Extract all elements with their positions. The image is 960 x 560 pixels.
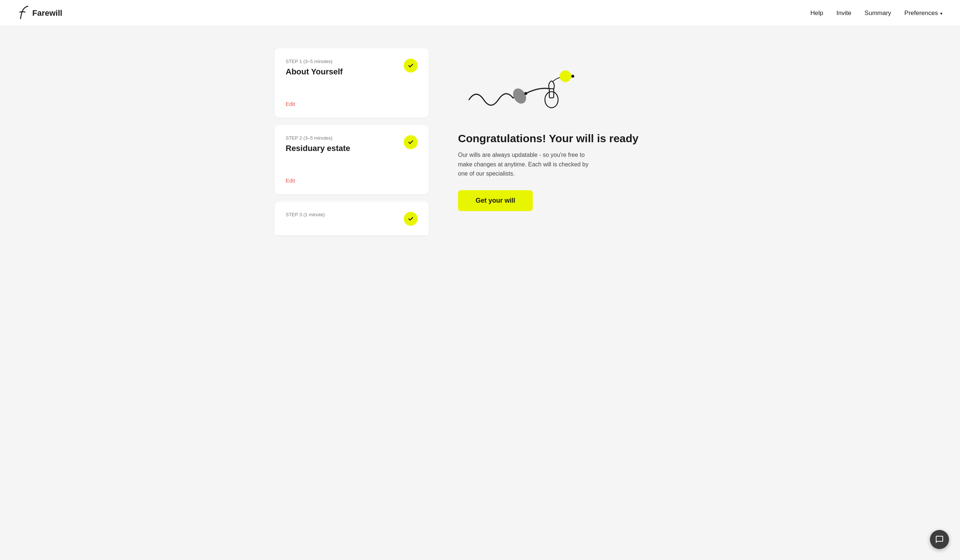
get-will-button[interactable]: Get your will (458, 190, 533, 211)
congrats-description: Our wills are always updatable - so you'… (458, 150, 597, 179)
nav-summary[interactable]: Summary (865, 10, 891, 17)
chevron-down-icon: ▾ (940, 11, 942, 16)
step-2-title: Residuary estate (286, 144, 350, 153)
step-3-check-badge (404, 212, 418, 226)
step-1-check-badge (404, 59, 418, 73)
svg-rect-3 (549, 89, 554, 98)
steps-column: STEP 1 (3–5 minutes) About Yourself Edit… (275, 48, 429, 538)
step-2-header: STEP 2 (3–5 minutes) Residuary estate (286, 135, 418, 175)
step-2-meta: STEP 2 (3–5 minutes) (286, 135, 350, 141)
step-2-edit-button[interactable]: Edit (286, 177, 295, 183)
step-card-2: STEP 2 (3–5 minutes) Residuary estate Ed… (275, 125, 429, 194)
step-1-edit-button[interactable]: Edit (286, 101, 295, 107)
congrats-title: Congratulations! Your will is ready (458, 132, 638, 145)
main-content: STEP 1 (3–5 minutes) About Yourself Edit… (260, 26, 700, 560)
nav-preferences[interactable]: Preferences ▾ (904, 10, 942, 17)
chat-support-button[interactable] (930, 530, 949, 549)
check-icon-3 (407, 215, 414, 222)
nav-help[interactable]: Help (810, 10, 823, 17)
step-3-header: STEP 3 (1 minute) (286, 212, 418, 226)
logo-text: Farewill (32, 8, 62, 18)
header: Farewill Help Invite Summary Preferences… (0, 0, 960, 26)
logo-icon (18, 5, 29, 21)
logo[interactable]: Farewill (18, 5, 62, 21)
step-1-title: About Yourself (286, 67, 343, 77)
step-3-meta: STEP 3 (1 minute) (286, 212, 325, 217)
step-card-1: STEP 1 (3–5 minutes) About Yourself Edit (275, 48, 429, 118)
svg-point-0 (510, 86, 529, 106)
step-card-3: STEP 3 (1 minute) (275, 201, 429, 235)
svg-point-2 (545, 92, 558, 108)
celebration-illustration (465, 56, 575, 122)
check-icon-2 (407, 139, 414, 145)
svg-point-4 (560, 70, 571, 82)
congrats-column: Congratulations! Your will is ready Our … (458, 48, 685, 538)
step-1-meta: STEP 1 (3–5 minutes) (286, 59, 343, 64)
check-icon-1 (407, 62, 414, 69)
chat-icon (935, 535, 944, 544)
nav-invite[interactable]: Invite (837, 10, 851, 17)
main-nav: Help Invite Summary Preferences ▾ (810, 10, 942, 17)
step-1-header: STEP 1 (3–5 minutes) About Yourself (286, 59, 418, 99)
nav-preferences-label: Preferences (904, 10, 938, 17)
step-2-check-badge (404, 135, 418, 149)
svg-point-5 (571, 75, 574, 78)
